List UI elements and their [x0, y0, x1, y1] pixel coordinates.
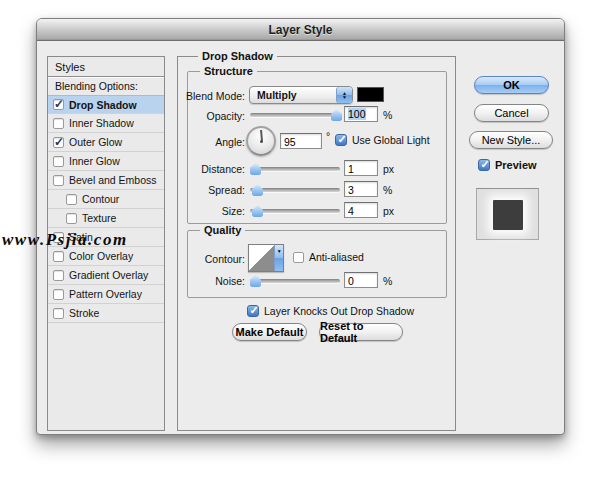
watermark-text: www.Psjia.com: [2, 230, 128, 250]
distance-slider-track[interactable]: [250, 167, 340, 171]
sidebar-item-label: Inner Glow: [69, 155, 120, 167]
reset-to-default-button[interactable]: Reset to Default: [319, 323, 403, 341]
sidebar-item-label: Contour: [82, 193, 119, 205]
opacity-slider-track[interactable]: [250, 113, 340, 117]
layer-style-dialog: Layer Style Styles Blending Options: Def…: [36, 18, 565, 435]
angle-center-dot-icon: [260, 140, 263, 143]
opacity-unit: %: [383, 109, 392, 121]
sidebar-item-outer-glow[interactable]: Outer Glow: [48, 133, 164, 152]
preview-thumbnail: [476, 188, 539, 240]
shadow-color-swatch[interactable]: [357, 87, 384, 102]
sidebar-item-label: Color Overlay: [69, 250, 133, 262]
noise-field[interactable]: [344, 272, 378, 288]
spread-field[interactable]: [344, 181, 378, 197]
inner-glow-checkbox[interactable]: [53, 156, 64, 167]
sidebar-item-label: Gradient Overlay: [69, 269, 148, 281]
blend-mode-value: Multiply: [250, 89, 336, 101]
sidebar-item-label: Inner Shadow: [69, 117, 134, 129]
panel-title: Drop Shadow: [198, 50, 277, 62]
popup-stepper-icon: ▲▼: [336, 87, 352, 103]
window-title: Layer Style: [268, 23, 332, 37]
desktop: www.Psjia.com Layer Style Styles Blendin…: [0, 0, 600, 489]
distance-field[interactable]: [344, 160, 378, 176]
sidebar-item-stroke[interactable]: Stroke: [48, 304, 164, 323]
distance-label: Distance:: [181, 163, 245, 175]
knockout-label: Layer Knocks Out Drop Shadow: [264, 305, 414, 317]
size-unit: px: [383, 205, 394, 217]
angle-label: Angle:: [181, 136, 245, 148]
size-label: Size:: [181, 205, 245, 217]
spread-slider-track[interactable]: [250, 188, 340, 192]
noise-slider-track[interactable]: [250, 279, 340, 283]
preview-checkbox[interactable]: [478, 159, 490, 171]
angle-field[interactable]: [280, 133, 322, 149]
sidebar-item-label: Texture: [82, 212, 116, 224]
size-slider-track[interactable]: [250, 209, 340, 213]
outer-glow-checkbox[interactable]: [53, 137, 64, 148]
knockout-checkbox[interactable]: [247, 305, 259, 317]
distance-unit: px: [383, 163, 394, 175]
title-bar[interactable]: Layer Style: [37, 19, 564, 41]
ok-button[interactable]: OK: [474, 76, 549, 94]
opacity-label: Opacity:: [181, 110, 245, 122]
preview-shadow-square: [493, 200, 523, 230]
blend-mode-label: Blend Mode:: [181, 90, 245, 102]
sidebar-item-label: Stroke: [69, 307, 99, 319]
noise-unit: %: [383, 275, 392, 287]
anti-aliased-checkbox[interactable]: [293, 252, 304, 263]
sidebar-item-bevel-and-emboss[interactable]: Bevel and Emboss: [48, 171, 164, 190]
sidebar-item-label: Pattern Overlay: [69, 288, 142, 300]
styles-header: Styles: [48, 57, 164, 77]
sidebar-item-drop-shadow[interactable]: Drop Shadow: [48, 95, 164, 114]
sidebar-item-texture[interactable]: Texture: [48, 209, 164, 228]
sidebar-item-gradient-overlay[interactable]: Gradient Overlay: [48, 266, 164, 285]
blend-mode-popup[interactable]: Multiply ▲▼: [249, 86, 353, 104]
sidebar-item-label: Bevel and Emboss: [69, 174, 157, 186]
gradient-overlay-checkbox[interactable]: [53, 270, 64, 281]
make-default-button[interactable]: Make Default: [232, 323, 307, 341]
drop-shadow-checkbox[interactable]: [53, 99, 64, 110]
preview-label: Preview: [495, 159, 537, 171]
spread-label: Spread:: [181, 184, 245, 196]
noise-label: Noise:: [181, 275, 245, 287]
color-overlay-checkbox[interactable]: [53, 251, 64, 262]
spread-unit: %: [383, 184, 392, 196]
sidebar-item-label: Drop Shadow: [69, 99, 137, 111]
sidebar-item-pattern-overlay[interactable]: Pattern Overlay: [48, 285, 164, 304]
sidebar-item-inner-glow[interactable]: Inner Glow: [48, 152, 164, 171]
sidebar-item-label: Outer Glow: [69, 136, 122, 148]
inner-shadow-checkbox[interactable]: [53, 118, 64, 129]
opacity-field[interactable]: 100: [344, 106, 378, 122]
contour-label: Contour:: [181, 253, 245, 265]
angle-dial[interactable]: [246, 126, 276, 156]
texture-checkbox[interactable]: [66, 213, 77, 224]
contour-checkbox[interactable]: [66, 194, 77, 205]
cancel-button[interactable]: Cancel: [474, 104, 549, 122]
bevel-emboss-checkbox[interactable]: [53, 175, 64, 186]
angle-unit: °: [326, 130, 330, 142]
sidebar-item-contour[interactable]: Contour: [48, 190, 164, 209]
stroke-checkbox[interactable]: [53, 308, 64, 319]
contour-dropdown-arrow-icon: ▼: [274, 245, 283, 271]
size-field[interactable]: [344, 202, 378, 218]
use-global-light-checkbox[interactable]: [335, 134, 347, 146]
contour-thumbnail-icon: [249, 245, 274, 271]
anti-aliased-label: Anti-aliased: [309, 251, 364, 263]
sidebar-item-blending-options[interactable]: Blending Options: Default: [48, 77, 164, 96]
contour-picker[interactable]: ▼: [248, 244, 284, 272]
anti-aliased-row[interactable]: Anti-aliased: [293, 251, 364, 263]
structure-title: Structure: [200, 65, 257, 77]
sidebar-item-inner-shadow[interactable]: Inner Shadow: [48, 114, 164, 133]
pattern-overlay-checkbox[interactable]: [53, 289, 64, 300]
drop-shadow-panel: Drop Shadow Structure Blend Mode: Multip…: [177, 56, 456, 431]
knockout-row[interactable]: Layer Knocks Out Drop Shadow: [247, 305, 414, 317]
quality-title: Quality: [200, 224, 245, 236]
preview-row[interactable]: Preview: [478, 159, 537, 171]
new-style-button[interactable]: New Style...: [469, 131, 553, 149]
use-global-light-row[interactable]: Use Global Light: [335, 134, 430, 146]
use-global-light-label: Use Global Light: [352, 134, 430, 146]
